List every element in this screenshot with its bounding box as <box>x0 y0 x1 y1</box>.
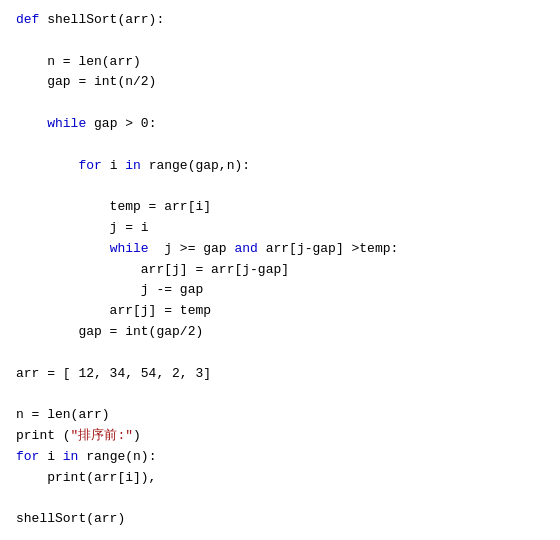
code-line: while j >= gap and arr[j-gap] >temp: <box>16 239 544 260</box>
code-line: n = len(arr) <box>16 52 544 73</box>
str-token: "排序前:" <box>71 428 133 443</box>
code-line: gap = int(n/2) <box>16 72 544 93</box>
code-line <box>16 135 544 156</box>
code-editor: def shellSort(arr): n = len(arr) gap = i… <box>16 10 544 540</box>
plain-token: gap = int(n/2) <box>16 74 156 89</box>
kw-token: for <box>78 158 101 173</box>
plain-token: j -= gap <box>16 282 203 297</box>
code-line: temp = arr[i] <box>16 197 544 218</box>
code-line <box>16 488 544 509</box>
plain-token: temp = arr[i] <box>16 199 211 214</box>
plain-token: shellSort(arr): <box>39 12 164 27</box>
plain-token: print ( <box>16 428 71 443</box>
kw-token: in <box>125 158 141 173</box>
code-line: def shellSort(arr): <box>16 10 544 31</box>
plain-token: gap > 0: <box>86 116 156 131</box>
code-line: j = i <box>16 218 544 239</box>
code-line: for i in range(n): <box>16 447 544 468</box>
plain-token: n = len(arr) <box>16 407 110 422</box>
kw-token: def <box>16 12 39 27</box>
code-line <box>16 176 544 197</box>
code-line: arr[j] = arr[j-gap] <box>16 260 544 281</box>
plain-token: shellSort(arr) <box>16 511 125 526</box>
plain-token: range(n): <box>78 449 156 464</box>
kw-token: while <box>110 241 149 256</box>
plain-token: ) <box>133 428 141 443</box>
plain-token: range(gap,n): <box>141 158 250 173</box>
code-line: print(arr[i]), <box>16 468 544 489</box>
code-line <box>16 31 544 52</box>
code-line: while gap > 0: <box>16 114 544 135</box>
code-line <box>16 530 544 540</box>
code-line: gap = int(gap/2) <box>16 322 544 343</box>
plain-token: arr = [ 12, 34, 54, 2, 3] <box>16 366 211 381</box>
code-line <box>16 384 544 405</box>
plain-token: i <box>102 158 125 173</box>
plain-token <box>16 241 110 256</box>
code-line: shellSort(arr) <box>16 509 544 530</box>
code-line: j -= gap <box>16 280 544 301</box>
code-line <box>16 93 544 114</box>
plain-token <box>16 116 47 131</box>
code-line <box>16 343 544 364</box>
plain-token: arr[j] = temp <box>16 303 211 318</box>
code-line: for i in range(gap,n): <box>16 156 544 177</box>
plain-token: gap = int(gap/2) <box>16 324 203 339</box>
plain-token: i <box>39 449 62 464</box>
kw-token: while <box>47 116 86 131</box>
kw-token: for <box>16 449 39 464</box>
code-line: arr = [ 12, 34, 54, 2, 3] <box>16 364 544 385</box>
code-line: n = len(arr) <box>16 405 544 426</box>
plain-token: n = len(arr) <box>16 54 141 69</box>
code-line: arr[j] = temp <box>16 301 544 322</box>
kw-token: and <box>234 241 257 256</box>
plain-token: j >= gap <box>149 241 235 256</box>
plain-token: j = i <box>16 220 149 235</box>
plain-token: print(arr[i]), <box>16 470 156 485</box>
plain-token: arr[j-gap] >temp: <box>258 241 398 256</box>
kw-token: in <box>63 449 79 464</box>
plain-token: arr[j] = arr[j-gap] <box>16 262 289 277</box>
plain-token <box>16 158 78 173</box>
code-line: print ("排序前:") <box>16 426 544 447</box>
